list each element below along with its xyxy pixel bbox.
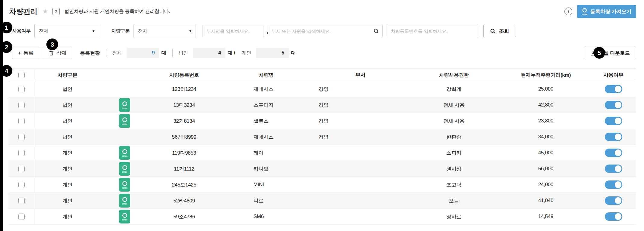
cell-registration-number: 13다3234	[149, 97, 219, 113]
vehicle-management-page: 1 2 3 4 5 차량관리 ★ ? 법인차량과 사원 개인차량을 등록하여 관…	[0, 0, 644, 231]
personal-count-unit: 대	[291, 50, 296, 56]
use-status-toggle[interactable]	[605, 149, 622, 157]
cartax-icon: cartax	[119, 98, 130, 112]
vehicle-type-select[interactable]: 전체 ▼	[134, 25, 196, 37]
use-status-toggle[interactable]	[605, 180, 622, 189]
table-row: 개인 cartax 245모1425 MINI 조고딕 24,000	[8, 177, 636, 193]
toggle-knob	[615, 181, 621, 188]
cell-vehicle-name: SM6	[219, 209, 314, 225]
use-status-toggle[interactable]	[605, 196, 622, 205]
cell-mileage: 14,549	[501, 209, 591, 225]
toggle-knob	[615, 86, 621, 92]
search-submit-button[interactable]: 조회	[483, 25, 515, 37]
cell-mileage: 42,800	[501, 97, 591, 113]
dept-or-employee-search-inputbox	[268, 25, 383, 37]
row-checkbox[interactable]	[18, 150, 25, 156]
row-checkbox[interactable]	[18, 182, 25, 188]
cell-registration-number: 119다9853	[149, 145, 219, 161]
row-checkbox[interactable]	[18, 118, 25, 124]
plus-icon: +	[18, 50, 21, 56]
cell-vehicle-type: 법인	[35, 113, 100, 129]
cell-mileage: 24,000	[501, 177, 591, 193]
registration-status-label: 등록현황	[80, 50, 100, 57]
info-icon[interactable]: i	[564, 8, 572, 15]
page-header: 차량관리 ★ ? 법인차량과 사원 개인차량을 등록하여 관리합니다. i ca…	[0, 0, 644, 18]
row-checkbox[interactable]	[18, 102, 25, 108]
cell-usage-permission: 오늘	[407, 193, 501, 209]
cell-usage-permission: 한판승	[407, 129, 501, 145]
cartax-icon: cartax	[119, 210, 130, 223]
row-checkbox[interactable]	[18, 214, 25, 220]
toggle-knob	[615, 213, 621, 220]
delete-button[interactable]: 삭제	[43, 47, 72, 59]
cell-department: 경영	[314, 81, 407, 97]
cell-vehicle-name: 셀토스	[219, 113, 314, 129]
cell-department	[314, 209, 407, 225]
toggle-knob	[615, 134, 621, 140]
register-button[interactable]: + 등록	[12, 47, 39, 59]
dept-or-employee-search-input[interactable]	[272, 29, 373, 34]
chevron-down-icon: ▼	[189, 29, 192, 33]
corporate-count-label: 법인	[179, 50, 188, 56]
cell-mileage: 41,040	[501, 193, 591, 209]
toggle-knob	[615, 102, 621, 108]
use-status-select[interactable]: 전체 ▼	[34, 25, 99, 37]
import-registered-vehicles-button[interactable]: cartax 등록차량 가져오기	[577, 5, 636, 18]
row-checkbox[interactable]	[18, 198, 25, 204]
cell-vehicle-type: 개인	[35, 161, 100, 177]
search-icon	[490, 28, 496, 34]
personal-count-label: 개인	[242, 50, 251, 56]
table-row: 법인 cartax 32가8134 셀토스 경영 전체 사용 23,800	[8, 113, 636, 129]
search-icon[interactable]	[373, 28, 379, 34]
cell-vehicle-name: 니로	[219, 193, 314, 209]
use-status-toggle[interactable]	[605, 85, 622, 93]
cell-registration-number: 567하8999	[149, 129, 219, 145]
cell-department: 경영	[314, 97, 407, 113]
cell-department: 경영	[314, 113, 407, 129]
toggle-knob	[615, 197, 621, 204]
cell-vehicle-name: 제네시스	[219, 129, 314, 145]
page-description: 법인차량과 사원 개인차량을 등록하여 관리합니다.	[64, 8, 170, 15]
cell-usage-permission: 전체 사용	[407, 97, 501, 113]
divider	[172, 49, 173, 57]
row-checkbox[interactable]	[18, 86, 25, 92]
total-count-value: 9	[127, 48, 159, 58]
cell-usage-permission: 장바로	[407, 209, 501, 225]
cell-department: 경영	[314, 129, 407, 145]
row-checkbox[interactable]	[18, 134, 25, 140]
table-row: 개인 cartax 119다9853 레이 스피키 45,000	[8, 145, 636, 161]
cell-registration-number: 52라4809	[149, 193, 219, 209]
annotation-badge-1: 1	[1, 22, 12, 33]
col-header-usage-permission: 차량사용권한	[407, 69, 501, 81]
chevron-down-icon: ▼	[92, 29, 95, 33]
favorite-star-icon[interactable]: ★	[42, 8, 48, 15]
cell-vehicle-name: 제네시스	[219, 81, 314, 97]
personal-count-value: 5	[256, 48, 289, 58]
cell-registration-number: 245모1425	[149, 177, 219, 193]
cell-mileage: 45,000	[501, 145, 591, 161]
toggle-knob	[615, 149, 621, 156]
use-status-toggle[interactable]	[605, 212, 622, 221]
use-status-toggle[interactable]	[605, 133, 622, 141]
cell-vehicle-type: 개인	[35, 145, 100, 161]
row-checkbox[interactable]	[18, 166, 25, 172]
registration-number-input[interactable]	[391, 29, 476, 34]
cell-vehicle-name: MINI	[219, 177, 314, 193]
cartax-icon: cartax	[119, 178, 130, 192]
department-name-input[interactable]	[206, 29, 266, 34]
cell-vehicle-type: 개인	[35, 177, 100, 193]
help-icon[interactable]: ?	[52, 8, 60, 15]
use-status-toggle[interactable]	[605, 101, 622, 109]
cell-department	[314, 193, 407, 209]
excel-download-button[interactable]: 엑셀 다운로드	[584, 47, 636, 59]
col-header-cartax-link	[100, 69, 149, 81]
cell-vehicle-name: 레이	[219, 145, 314, 161]
vehicle-table-body: 법인 cartax 123하1234 제네시스 경영 강회계 25,000 법인…	[8, 81, 636, 225]
select-all-checkbox[interactable]	[18, 72, 25, 78]
cell-registration-number: 123하1234	[149, 81, 219, 97]
use-status-toggle[interactable]	[605, 165, 622, 173]
use-status-toggle[interactable]	[605, 117, 622, 125]
cartax-logo-icon: cartax	[582, 8, 587, 15]
table-row: 개인 cartax 52라4809 니로 오늘 41,040	[8, 193, 636, 209]
import-button-label: 등록차량 가져오기	[590, 8, 631, 15]
